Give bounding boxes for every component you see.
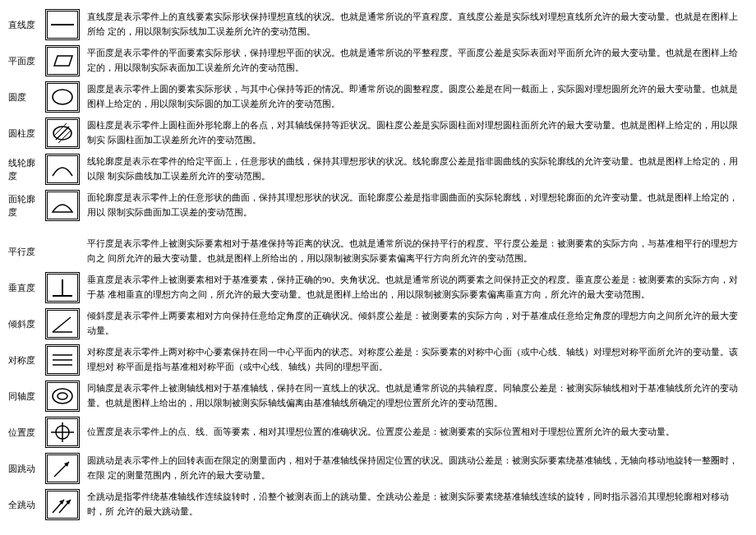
svg-marker-1: [54, 56, 72, 66]
svg-point-14: [53, 389, 72, 404]
tolerance-icon-cell: [43, 450, 82, 487]
tolerance-icon-cell: [43, 378, 82, 414]
tolerance-icon-cell: [43, 233, 82, 270]
symmetry-icon: [45, 344, 80, 376]
angularity-icon: [45, 308, 80, 339]
tolerance-icon-cell: [43, 7, 82, 43]
position-icon: [45, 417, 80, 448]
tolerance-icon-cell: [43, 487, 82, 523]
tolerance-description: 全跳动是指零件绕基准轴线作连续旋转时，沿整个被测表面上的跳动量。全跳动公差是：被…: [82, 487, 749, 523]
svg-point-15: [58, 393, 67, 399]
tolerance-row: 圆柱度圆柱度是表示零件上圆柱面外形轮廓上的各点，对其轴线保持等距状况。圆柱度公差…: [7, 115, 749, 151]
tolerance-description: 面轮廓度是表示零件上的任意形状的曲面，保持其理想形状的状况。面轮廓度公差是指非圆…: [82, 187, 749, 224]
tolerance-row: 圆度圆度是表示零件上圆的要素实际形状，与其中心保持等距的情况。即通常所说的圆整程…: [7, 79, 749, 115]
svg-point-2: [53, 90, 72, 104]
line-profile-icon: [45, 154, 80, 185]
tolerance-label: 线轮廓度: [7, 151, 43, 187]
tolerance-icon-cell: [43, 306, 82, 342]
straightness-icon: [45, 9, 80, 40]
tolerance-label: 倾斜度: [7, 306, 43, 342]
tolerance-row: 线轮廓度线轮廓度是表示在零件的给定平面上，任意形状的曲线，保持其理想形状的状况。…: [7, 151, 749, 187]
total-runout-icon: [45, 489, 80, 520]
svg-line-10: [53, 317, 71, 332]
tolerance-label: 平行度: [7, 233, 43, 270]
tolerance-description: 倾斜度是表示零件上两要素相对方向保持任意给定角度的正确状况。倾斜度公差是：被测要…: [82, 306, 749, 342]
tolerance-row: 倾斜度倾斜度是表示零件上两要素相对方向保持任意给定角度的正确状况。倾斜度公差是：…: [7, 306, 749, 342]
tolerance-description: 直线度是表示零件上的直线要素实际形状保持理想直线的状况。也就是通常所说的平直程度…: [82, 7, 749, 43]
tolerance-row: 位置度位置度是表示零件上的点、线、面等要素，相对其理想位置的准确状况。位置度公差…: [7, 414, 749, 450]
tolerance-row: 对称度对称度是表示零件上两对称中心要素保持在同一中心平面内的状态。对称度公差是：…: [7, 342, 749, 378]
tolerance-row: 面轮廓度面轮廓度是表示零件上的任意形状的曲面，保持其理想形状的状况。面轮廓度公差…: [7, 187, 749, 224]
circular-runout-icon: [45, 453, 80, 484]
tolerance-label: 面轮廓度: [7, 187, 43, 224]
tolerance-label: 圆柱度: [7, 115, 43, 151]
tolerance-label: 圆跳动: [7, 450, 43, 487]
tolerance-description: 圆柱度是表示零件上圆柱面外形轮廓上的各点，对其轴线保持等距状况。圆柱度公差是实际…: [82, 115, 749, 151]
cylindricity-icon: [45, 118, 80, 149]
tolerance-row: 平行度平行度是表示零件上被测实际要素相对于基准保持等距离的状况。也就是通常所说的…: [7, 233, 749, 270]
tolerance-icon-cell: [43, 187, 82, 224]
flatness-icon: [45, 45, 80, 76]
tolerance-row: 直线度直线度是表示零件上的直线要素实际形状保持理想直线的状况。也就是通常所说的平…: [7, 7, 749, 43]
tolerance-description: 圆跳动是表示零件上的回转表面在限定的测量面内，相对于基准轴线保持固定位置的状况。…: [82, 450, 749, 487]
tolerance-description: 垂直度是表示零件上被测要素相对于基准要素，保持正确的90。夹角状况。也就是通常所…: [82, 270, 749, 306]
perpendicularity-icon: [45, 272, 80, 303]
tolerance-description: 同轴度是表示零件上被测轴线相对于基准轴线，保持在同一直线上的状况。也就是通常所说…: [82, 378, 749, 414]
tolerance-description: 位置度是表示零件上的点、线、面等要素，相对其理想位置的准确状况。位置度公差是：被…: [82, 414, 749, 450]
svg-line-4: [56, 127, 69, 140]
none-icon: [45, 236, 80, 267]
tolerance-label: 位置度: [7, 414, 43, 450]
tolerance-label: 全跳动: [7, 487, 43, 523]
tolerance-label: 直线度: [7, 7, 43, 43]
tolerance-icon-cell: [43, 115, 82, 151]
tolerance-icon-cell: [43, 270, 82, 306]
tolerance-description: 平行度是表示零件上被测实际要素相对于基准保持等距离的状况。也就是通常所说的保持平…: [82, 233, 749, 270]
tolerance-icon-cell: [43, 43, 82, 79]
tolerance-icon-cell: [43, 79, 82, 115]
tolerance-label: 同轴度: [7, 378, 43, 414]
tolerance-row: 圆跳动圆跳动是表示零件上的回转表面在限定的测量面内，相对于基准轴线保持固定位置的…: [7, 450, 749, 487]
tolerance-row: 平面度平面度是表示零件的平面要素实际形状，保持理想平面的状况。也就是通常所说的平…: [7, 43, 749, 79]
tolerance-label: 平面度: [7, 43, 43, 79]
tolerance-description: 平面度是表示零件的平面要素实际形状，保持理想平面的状况。也就是通常所说的平整程度…: [82, 43, 749, 79]
tolerance-description: 线轮廓度是表示在零件的给定平面上，任意形状的曲线，保持其理想形状的状况。线轮廓度…: [82, 151, 749, 187]
surface-profile-icon: [45, 190, 80, 221]
tolerance-row: 全跳动全跳动是指零件绕基准轴线作连续旋转时，沿整个被测表面上的跳动量。全跳动公差…: [7, 487, 749, 523]
tolerance-row: 同轴度同轴度是表示零件上被测轴线相对于基准轴线，保持在同一直线上的状况。也就是通…: [7, 378, 749, 414]
tolerance-icon-cell: [43, 151, 82, 187]
tolerance-row: 垂直度垂直度是表示零件上被测要素相对于基准要素，保持正确的90。夹角状况。也就是…: [7, 270, 749, 306]
tolerance-description: 圆度是表示零件上圆的要素实际形状，与其中心保持等距的情况。即通常所说的圆整程度。…: [82, 79, 749, 115]
tolerance-icon-cell: [43, 414, 82, 450]
tolerance-icon-cell: [43, 342, 82, 378]
tolerance-description: 对称度是表示零件上两对称中心要素保持在同一中心平面内的状态。对称度公差是：实际要…: [82, 342, 749, 378]
tolerance-label: 垂直度: [7, 270, 43, 306]
concentricity-icon: [45, 380, 80, 412]
roundness-icon: [45, 81, 80, 113]
tolerance-label: 对称度: [7, 342, 43, 378]
tolerance-label: 圆度: [7, 79, 43, 115]
